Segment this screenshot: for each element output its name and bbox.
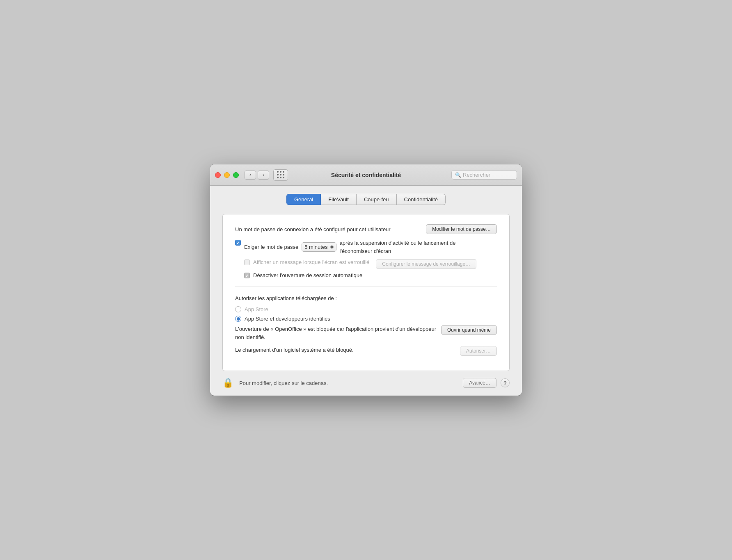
traffic-lights — [215, 172, 239, 178]
settings-panel: Un mot de passe de connexion a été confi… — [222, 214, 510, 371]
open-anyway-button[interactable]: Ouvrir quand même — [441, 325, 497, 335]
allow-apps-title: Autoriser les applications téléchargées … — [235, 295, 497, 301]
password-row: Un mot de passe de connexion a été confi… — [235, 224, 497, 234]
grid-dots-icon — [277, 171, 285, 179]
search-placeholder: Rechercher — [463, 172, 490, 178]
configure-lock-message-button[interactable]: Configurer le message de verrouillage… — [376, 259, 476, 269]
blocked-system-row: Le chargement d'un logiciel système a ét… — [235, 346, 497, 356]
search-box[interactable]: 🔍 Rechercher — [451, 170, 517, 180]
require-password-after: après la suspension d'activité ou le lan… — [340, 239, 483, 255]
require-password-content: Exiger le mot de passe 5 minutes après l… — [244, 239, 483, 255]
window-title: Sécurité et confidentialité — [331, 172, 401, 178]
disable-auto-login-row: Désactiver l'ouverture de session automa… — [244, 272, 497, 278]
blocked-openoffice-row: L'ouverture de « OpenOffice » est bloqué… — [235, 325, 497, 341]
blocked-system-text: Le chargement d'un logiciel système a ét… — [235, 346, 456, 354]
section-divider — [235, 287, 497, 287]
help-button[interactable]: ? — [501, 378, 510, 387]
radio-app-store-devs-label: App Store et développeurs identifiés — [245, 316, 330, 322]
radio-app-store-label: App Store — [245, 306, 268, 312]
show-message-row: Afficher un message lorsque l'écran est … — [244, 259, 497, 269]
disable-auto-login-label: Désactiver l'ouverture de session automa… — [253, 272, 362, 278]
authorize-button[interactable]: Autoriser… — [460, 346, 497, 356]
radio-app-store-devs[interactable]: App Store et développeurs identifiés — [235, 316, 497, 322]
tab-confidentialite[interactable]: Confidentialité — [397, 194, 446, 205]
minimize-button[interactable] — [224, 172, 230, 178]
tab-general[interactable]: Général — [286, 194, 321, 205]
blocked-openoffice-text: L'ouverture de « OpenOffice » est bloqué… — [235, 325, 437, 341]
forward-button[interactable]: › — [258, 171, 269, 180]
require-password-label: Exiger le mot de passe — [244, 244, 298, 250]
close-button[interactable] — [215, 172, 221, 178]
radio-app-store-button[interactable] — [235, 306, 241, 312]
maximize-button[interactable] — [233, 172, 239, 178]
grid-view-button[interactable] — [273, 169, 288, 181]
change-password-button[interactable]: Modifier le mot de passe… — [426, 224, 497, 234]
dropdown-arrows-icon — [330, 245, 334, 249]
radio-app-store[interactable]: App Store — [235, 306, 497, 312]
titlebar: ‹ › Sécurité et confidentialité 🔍 Recher… — [210, 164, 522, 186]
password-timeout-dropdown[interactable]: 5 minutes — [302, 242, 336, 252]
dropdown-value: 5 minutes — [304, 244, 327, 250]
search-icon: 🔍 — [455, 172, 461, 178]
tab-filevault[interactable]: FileVault — [321, 194, 357, 205]
show-message-label: Afficher un message lorsque l'écran est … — [253, 259, 369, 265]
tab-bar: Général FileVault Coupe-feu Confidential… — [222, 194, 510, 205]
advanced-button[interactable]: Avancé… — [463, 378, 496, 388]
lock-icon: 🔒 — [222, 378, 233, 388]
require-password-checkbox[interactable] — [235, 240, 241, 246]
tab-coupe-feu[interactable]: Coupe-feu — [357, 194, 397, 205]
lock-text: Pour modifier, cliquez sur le cadenas. — [239, 380, 459, 386]
bottom-bar: 🔒 Pour modifier, cliquez sur le cadenas.… — [210, 371, 522, 396]
password-description: Un mot de passe de connexion a été confi… — [235, 226, 423, 232]
content-area: Général FileVault Coupe-feu Confidential… — [210, 186, 522, 371]
back-button[interactable]: ‹ — [245, 171, 256, 180]
nav-buttons: ‹ › — [245, 171, 269, 180]
disable-auto-login-checkbox[interactable] — [244, 273, 250, 278]
require-password-row: Exiger le mot de passe 5 minutes après l… — [235, 239, 497, 255]
radio-app-store-devs-button[interactable] — [235, 316, 241, 322]
allow-apps-section: Autoriser les applications téléchargées … — [235, 295, 497, 322]
show-message-checkbox[interactable] — [244, 260, 250, 265]
main-window: ‹ › Sécurité et confidentialité 🔍 Recher… — [210, 164, 522, 396]
